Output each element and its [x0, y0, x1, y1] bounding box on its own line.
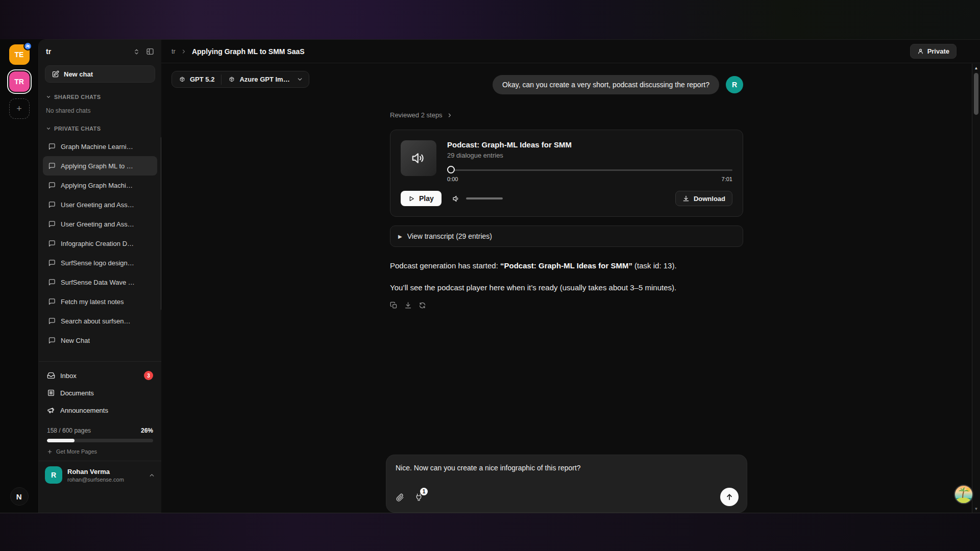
- seek-slider-thumb[interactable]: [447, 166, 455, 173]
- chat-list-item[interactable]: Graph Machine Learni…: [43, 137, 157, 156]
- shared-chats-section-header[interactable]: SHARED CHATS: [39, 94, 161, 100]
- current-time: 0:00: [447, 176, 458, 182]
- shared-users-badge-icon: [23, 42, 32, 51]
- composer-input[interactable]: Nice. Now can you create a nice infograp…: [396, 464, 738, 472]
- arrow-up-icon: [725, 493, 733, 501]
- download-icon[interactable]: [404, 302, 412, 309]
- sidebar-item-documents[interactable]: Documents: [42, 384, 158, 402]
- workspace-te-initials: TE: [15, 51, 24, 59]
- chat-content: GPT 5.2 Azure GPT Im… Okay,: [161, 64, 972, 513]
- inbox-count-badge: 3: [144, 371, 153, 380]
- chat-list-item[interactable]: SurfSense Data Wave …: [43, 272, 157, 292]
- main-area: tr Applying Graph ML to SMM SaaS Private: [161, 40, 980, 513]
- chat-list-item[interactable]: SurfSense logo design…: [43, 253, 157, 272]
- chat-list-item[interactable]: Fetch my latest notes: [43, 292, 157, 311]
- sidebar-item-announcements[interactable]: Announcements: [42, 402, 158, 419]
- chat-bubble-icon: [48, 201, 56, 209]
- caret-right-icon: ▶: [398, 234, 402, 239]
- pages-progress-bar: [47, 439, 153, 442]
- get-more-pages-button[interactable]: Get More Pages: [47, 448, 153, 455]
- download-button[interactable]: Download: [675, 191, 732, 206]
- view-transcript-toggle[interactable]: ▶ View transcript (29 entries): [390, 226, 743, 247]
- podcast-title: Podcast: Graph-ML Ideas for SMM: [447, 140, 732, 149]
- sidebar-item-inbox[interactable]: Inbox 3: [42, 367, 158, 384]
- workspace-rail: TE TR + N: [0, 39, 38, 513]
- regenerate-icon[interactable]: [419, 302, 426, 309]
- chat-list-item[interactable]: New Chat: [43, 331, 157, 350]
- pages-progress-fill: [47, 439, 75, 442]
- new-chat-button[interactable]: New chat: [45, 65, 155, 83]
- n-logo[interactable]: N: [10, 487, 29, 506]
- chat-list-item[interactable]: User Greeting and Ass…: [43, 195, 157, 214]
- connector-count-badge: 1: [420, 488, 428, 495]
- chat-list-item[interactable]: Applying Graph Machi…: [43, 176, 157, 195]
- add-workspace-button[interactable]: +: [9, 98, 30, 119]
- openai-icon: [228, 76, 235, 83]
- workspace-tr-initials: TR: [14, 78, 24, 86]
- chevron-down-icon: [46, 126, 51, 131]
- user-profile-button[interactable]: R Rohan Verma rohan@surfsense.com: [39, 461, 161, 489]
- copy-icon[interactable]: [390, 302, 398, 309]
- chevron-right-icon: [181, 48, 187, 55]
- model-chip-primary[interactable]: GPT 5.2: [172, 71, 221, 87]
- megaphone-icon: [47, 406, 55, 414]
- window-scrollbar[interactable]: ▲ ▼: [972, 64, 980, 513]
- chat-bubble-icon: [48, 298, 56, 306]
- chat-list-item[interactable]: Search about surfsen…: [43, 311, 157, 331]
- play-button[interactable]: Play: [401, 191, 442, 206]
- chat-bubble-icon: [48, 279, 56, 286]
- plus-icon: [47, 449, 53, 455]
- composer[interactable]: Nice. Now can you create a nice infograp…: [386, 455, 747, 512]
- breadcrumb-root[interactable]: tr: [172, 47, 176, 55]
- scrollbar-thumb[interactable]: [974, 73, 978, 115]
- chat-list-item-selected[interactable]: Applying Graph ML to …: [43, 156, 157, 176]
- reviewed-steps-toggle[interactable]: Reviewed 2 steps: [390, 111, 743, 119]
- assistant-message-line2: You’ll see the podcast player here when …: [390, 282, 743, 293]
- screenshot-root: TE TR + N tr: [0, 0, 980, 551]
- chat-bubble-icon: [48, 182, 56, 189]
- assistant-message-line1: Podcast generation has started: “Podcast…: [390, 260, 743, 271]
- collapse-sidebar-icon[interactable]: [146, 47, 154, 56]
- private-button[interactable]: Private: [910, 44, 957, 59]
- download-icon: [682, 195, 690, 202]
- avatar: R: [45, 466, 62, 484]
- sidebar-nav: Inbox 3 Documents Announcements: [39, 362, 161, 419]
- private-chats-section-header[interactable]: PRIVATE CHATS: [39, 126, 161, 132]
- new-chat-icon: [52, 70, 59, 78]
- chevron-right-icon: [447, 112, 453, 118]
- chat-bubble-icon: [48, 337, 56, 344]
- chat-bubble-icon: [48, 240, 56, 247]
- inbox-icon: [47, 371, 55, 380]
- profile-name: Rohan Verma: [67, 468, 124, 475]
- chat-bubble-icon: [48, 162, 56, 170]
- send-button[interactable]: [720, 488, 739, 506]
- play-icon: [408, 195, 415, 202]
- sidebar: tr New chat: [39, 40, 161, 513]
- scroll-up-arrow[interactable]: ▲: [972, 64, 980, 72]
- seek-slider[interactable]: [447, 166, 732, 174]
- attach-file-icon[interactable]: [396, 493, 404, 502]
- documents-icon: [47, 389, 55, 397]
- connectors-icon[interactable]: 1: [414, 493, 423, 502]
- workspace-switcher-icon[interactable]: [133, 48, 140, 55]
- podcast-artwork: [401, 140, 436, 176]
- extension-palm-badge[interactable]: [954, 485, 973, 504]
- workspace-te[interactable]: TE: [9, 44, 30, 65]
- chat-bubble-icon: [48, 220, 56, 228]
- chat-list-item[interactable]: User Greeting and Ass…: [43, 214, 157, 234]
- model-selector: GPT 5.2 Azure GPT Im…: [172, 71, 309, 88]
- chevron-down-icon[interactable]: [297, 76, 309, 83]
- chat-bubble-icon: [48, 143, 56, 151]
- podcast-subtitle: 29 dialogue entries: [447, 152, 732, 159]
- app-panel: tr New chat: [38, 39, 980, 513]
- volume-slider[interactable]: [466, 197, 503, 199]
- chat-list-item[interactable]: Infographic Creation D…: [43, 234, 157, 253]
- usage-panel: 158 / 600 pages 26% Get More Pages: [39, 419, 161, 455]
- browser-chrome-bottom: [0, 513, 980, 551]
- volume-icon[interactable]: [452, 194, 461, 203]
- openai-icon: [179, 76, 186, 83]
- model-chip-secondary[interactable]: Azure GPT Im…: [222, 71, 296, 87]
- workspace-tr[interactable]: TR: [9, 71, 30, 92]
- plus-icon: +: [16, 104, 22, 114]
- scroll-down-arrow[interactable]: ▼: [972, 505, 980, 513]
